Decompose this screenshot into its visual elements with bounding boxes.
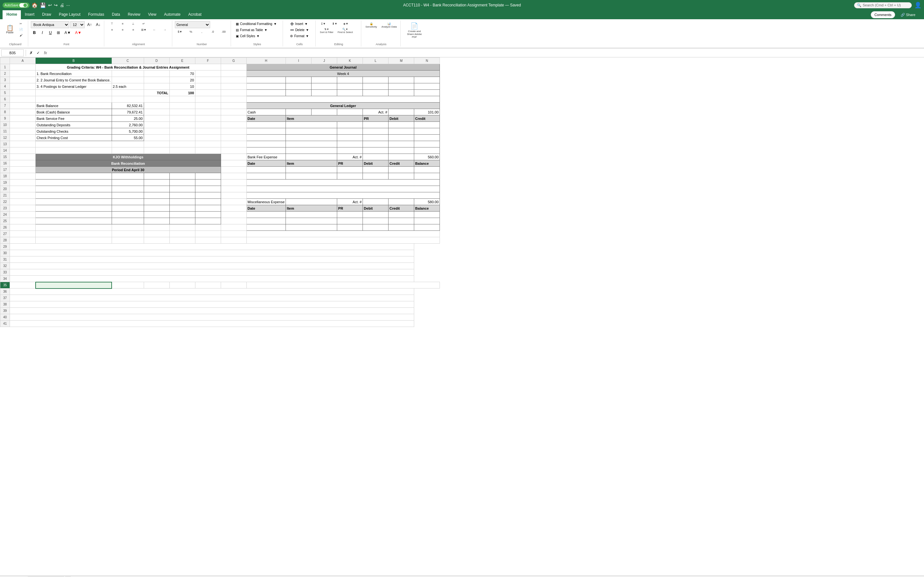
cell-c22[interactable]	[111, 199, 144, 205]
format-as-table-button[interactable]: ▤ Format as Table ▼	[234, 27, 281, 33]
cell-a23[interactable]	[10, 205, 36, 211]
col-header-f[interactable]: F	[195, 58, 221, 64]
cell-i11[interactable]	[286, 128, 337, 135]
cell-e13[interactable]	[170, 141, 195, 147]
cell-a5[interactable]	[10, 90, 36, 96]
cell-a17[interactable]	[10, 167, 36, 173]
cell-l13[interactable]	[363, 141, 389, 147]
cell-gj-empty[interactable]	[246, 96, 440, 103]
cell-g24[interactable]	[221, 211, 246, 218]
cell-i9[interactable]: Item	[286, 115, 363, 122]
account-icon[interactable]: 👤	[914, 2, 921, 9]
cell-l15[interactable]	[363, 154, 389, 160]
cell-d14[interactable]	[144, 147, 170, 154]
cell-e27[interactable]	[170, 231, 195, 237]
cell-n4[interactable]	[414, 83, 440, 90]
cell-a35[interactable]	[10, 282, 36, 288]
save-icon[interactable]: 💾	[40, 2, 46, 8]
sensitivity-button[interactable]: 🔒 Sensitivity	[364, 21, 379, 29]
cell-k23[interactable]: PR	[337, 205, 363, 211]
cell-f24[interactable]	[195, 211, 221, 218]
cell-a26[interactable]	[10, 224, 36, 231]
cell-n12[interactable]	[414, 135, 440, 141]
cell-d9[interactable]	[144, 115, 170, 122]
cell-e35[interactable]	[170, 282, 195, 288]
cell-c18[interactable]	[111, 173, 144, 179]
cell-b21[interactable]	[36, 192, 112, 199]
cell-h19[interactable]	[246, 179, 440, 186]
row-header-31[interactable]: 31	[0, 256, 10, 263]
cell-g7[interactable]	[221, 103, 246, 109]
cell-b5[interactable]	[36, 90, 112, 96]
cell-l17[interactable]	[363, 167, 389, 173]
cell-e25[interactable]	[170, 218, 195, 224]
cell-j3[interactable]	[312, 77, 337, 83]
cell-h28-misc[interactable]	[246, 237, 440, 243]
row-header-24[interactable]: 24	[0, 211, 10, 218]
cell-b2[interactable]: 1. Bank Reconciliation	[36, 71, 112, 77]
cell-k13[interactable]	[337, 141, 363, 147]
format-painter-button[interactable]: 🖌	[16, 33, 26, 38]
cell-d20[interactable]	[144, 186, 170, 192]
cell-g1[interactable]	[221, 64, 246, 71]
cell-h11[interactable]	[246, 128, 286, 135]
cell-l5[interactable]	[363, 90, 389, 96]
cells-41[interactable]	[10, 321, 414, 327]
cells-33[interactable]	[10, 269, 414, 276]
col-header-k[interactable]: K	[337, 58, 363, 64]
cells-37[interactable]	[10, 295, 414, 301]
cell-e8[interactable]	[170, 109, 195, 115]
cell-e22[interactable]	[170, 199, 195, 205]
cell-i26[interactable]	[286, 224, 337, 231]
cell-h24[interactable]	[246, 211, 286, 218]
cell-c7[interactable]: 82,532.41	[111, 103, 144, 109]
cell-a9[interactable]	[10, 115, 36, 122]
cell-e26[interactable]	[170, 224, 195, 231]
cell-n17[interactable]	[414, 167, 440, 173]
cell-h22[interactable]: Miscellaneous Expense	[246, 199, 286, 205]
row-header-37[interactable]: 37	[0, 295, 10, 301]
percent-button[interactable]: %	[186, 29, 196, 34]
cell-f11[interactable]	[195, 128, 221, 135]
cells-32[interactable]	[10, 263, 414, 269]
cell-a13[interactable]	[10, 141, 36, 147]
row-header-10[interactable]: 10	[0, 122, 10, 128]
col-header-i[interactable]: I	[286, 58, 312, 64]
row-header-6[interactable]: 6	[0, 96, 10, 103]
italic-button[interactable]: I	[39, 29, 46, 36]
cell-a14[interactable]	[10, 147, 36, 154]
cell-n8[interactable]: 101.00	[414, 109, 440, 115]
cell-f14[interactable]	[195, 147, 221, 154]
cell-l25[interactable]	[363, 218, 389, 224]
cell-l12[interactable]	[363, 135, 389, 141]
cell-d28[interactable]	[144, 237, 170, 243]
cell-i18[interactable]	[286, 173, 337, 179]
cell-m26[interactable]	[389, 224, 414, 231]
cell-l22[interactable]	[363, 199, 389, 205]
cell-b28[interactable]	[36, 237, 112, 243]
delete-cells-button[interactable]: ➖ Delete ▼	[288, 27, 311, 33]
col-header-e[interactable]: E	[170, 58, 195, 64]
row-header-15[interactable]: 15	[0, 154, 10, 160]
cell-k3[interactable]	[337, 77, 363, 83]
align-left-button[interactable]: ≡	[107, 27, 117, 32]
cell-f20[interactable]	[195, 186, 221, 192]
cell-c10[interactable]: 2,760.00	[111, 122, 144, 128]
cell-a12[interactable]	[10, 135, 36, 141]
cell-c25[interactable]	[111, 218, 144, 224]
cell-gj-header[interactable]: General Journal	[246, 64, 440, 71]
cell-reference-input[interactable]: B35	[1, 49, 24, 56]
row-header-27[interactable]: 27	[0, 231, 10, 237]
cell-i12[interactable]	[286, 135, 337, 141]
bold-button[interactable]: B	[31, 29, 38, 36]
row-header-22[interactable]: 22	[0, 199, 10, 205]
cell-l8[interactable]: Act. #	[363, 109, 389, 115]
cell-i17[interactable]	[286, 167, 337, 173]
cancel-formula-button[interactable]: ✗	[28, 50, 34, 56]
cell-i3[interactable]	[286, 77, 312, 83]
autosave-switch[interactable]	[19, 3, 27, 7]
cells-29[interactable]	[10, 243, 414, 250]
decrease-decimal-button[interactable]: .0	[208, 29, 218, 34]
cell-a18[interactable]	[10, 173, 36, 179]
sheet-area[interactable]: A B C D E F G H I J K L M N	[0, 57, 924, 575]
